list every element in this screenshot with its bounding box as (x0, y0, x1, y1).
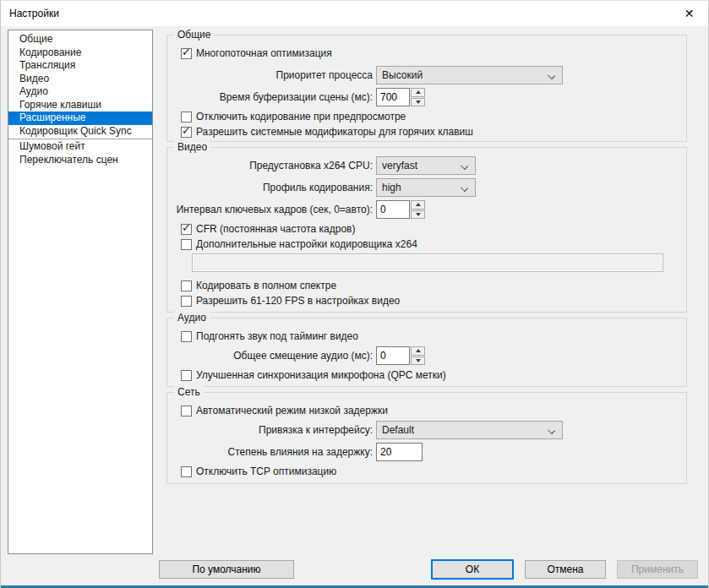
spin-down-icon (416, 213, 421, 216)
audio-offset-spinner (376, 346, 425, 365)
group-audio-title: Аудио (174, 312, 210, 324)
latency-factor-input[interactable] (376, 443, 423, 461)
sidebar-item-audio[interactable]: Аудио (8, 85, 152, 99)
latency-factor-label: Степень влияния на задержку: (167, 446, 376, 458)
defaults-button[interactable]: По умолчанию (159, 560, 294, 579)
custom-x264-row: Дополнительные настройки кодировщика x26… (181, 238, 686, 250)
encoding-profile-value: high (382, 182, 401, 193)
close-button[interactable]: ✕ (670, 1, 708, 26)
disable-preview-encoding-label: Отключить кодирование при предпросмотре (196, 111, 406, 122)
keyframe-interval-label: Интервал ключевых кадров (сек, 0=авто): (167, 204, 376, 215)
tcp-optimization-checkbox[interactable] (181, 466, 192, 477)
scene-buffer-row: Время буферизации сцены (мс): (167, 88, 686, 106)
low-latency-checkbox[interactable] (181, 406, 192, 416)
latency-factor-row: Степень влияния на задержку: (167, 443, 686, 461)
keyframe-interval-input[interactable] (376, 200, 410, 219)
sidebar-item-general[interactable]: Общие (8, 33, 152, 46)
chevron-down-icon (461, 184, 468, 192)
spin-up-icon (416, 90, 421, 94)
spin-down-button[interactable] (411, 210, 425, 220)
multithread-optimization-label: Многопоточная оптимизация (196, 47, 332, 59)
spin-down-icon (416, 101, 421, 104)
chevron-down-icon (548, 427, 555, 434)
ok-button[interactable]: ОК (431, 559, 514, 580)
cfr-checkbox[interactable]: ✓ (181, 224, 192, 235)
scene-buffer-input[interactable] (376, 88, 410, 106)
audio-offset-label: Общее смещение аудио (мс): (167, 350, 376, 362)
audio-offset-input[interactable] (376, 346, 410, 365)
spin-up-button[interactable] (411, 346, 425, 356)
process-priority-select[interactable]: Высокий (376, 66, 563, 84)
x264-preset-value: veryfast (382, 160, 417, 172)
allow-modifiers-label: Разрешить системные модификаторы для гор… (196, 126, 473, 138)
spin-down-icon (416, 359, 421, 362)
allow-modifiers-checkbox[interactable]: ✓ (181, 127, 192, 138)
low-latency-row: Автоматический режим низкой задержки (181, 405, 686, 416)
cancel-button[interactable]: Отмена (525, 560, 606, 579)
low-latency-label: Автоматический режим низкой задержки (196, 405, 388, 416)
custom-x264-label: Дополнительные настройки кодировщика x26… (196, 238, 417, 250)
apply-button: Применить (617, 560, 698, 579)
multithread-optimization-checkbox[interactable]: ✓ (181, 48, 192, 59)
sidebar-item-advanced[interactable]: Расширенные (8, 112, 152, 125)
group-general: Общие ✓ Многопоточная оптимизация Приори… (166, 35, 687, 142)
sidebar-item-encoding[interactable]: Кодирование (8, 46, 152, 60)
full-range-row: Кодировать в полном спектре (181, 280, 686, 291)
check-icon: ✓ (182, 125, 191, 137)
spin-up-icon (416, 349, 421, 352)
interface-binding-row: Привязка к интерфейсу: Default (167, 421, 686, 439)
mic-qpc-checkbox[interactable] (181, 370, 192, 381)
process-priority-label: Приоритет процесса (167, 69, 376, 81)
allow-fps-checkbox[interactable] (181, 296, 192, 307)
window-title: Настройки (1, 8, 59, 19)
scene-buffer-spinner (376, 88, 425, 106)
encoding-profile-label: Профиль кодирования: (167, 182, 376, 193)
mic-qpc-row: Улучшенная синхронизация микрофона (QPC … (181, 369, 686, 381)
allow-fps-row: Разрешить 61-120 FPS в настройках видео (181, 295, 686, 307)
scene-buffer-label: Время буферизации сцены (мс): (167, 91, 376, 103)
spin-up-button[interactable] (411, 200, 425, 210)
title-bar: Настройки ✕ (1, 1, 708, 26)
multithread-optimization-row: ✓ Многопоточная оптимизация (181, 47, 686, 59)
encoding-profile-select[interactable]: high (376, 178, 476, 197)
sidebar-item-broadcast[interactable]: Трансляция (8, 59, 152, 73)
allow-modifiers-row: ✓ Разрешить системные модификаторы для г… (181, 126, 686, 138)
settings-dialog: Настройки ✕ Общие Кодирование Трансляция… (0, 0, 709, 588)
keyframe-interval-row: Интервал ключевых кадров (сек, 0=авто): (167, 200, 686, 219)
spin-down-button[interactable] (411, 357, 425, 366)
x264-preset-select[interactable]: veryfast (376, 156, 476, 175)
spin-up-button[interactable] (411, 88, 425, 97)
sidebar-item-scene-switcher[interactable]: Переключатель сцен (8, 154, 152, 167)
sidebar-item-quicksync-encoder[interactable]: Кодировщик Quick Sync (8, 125, 152, 139)
custom-x264-checkbox[interactable] (181, 239, 192, 250)
allow-fps-label: Разрешить 61-120 FPS в настройках видео (196, 295, 400, 307)
cfr-row: ✓ CFR (постоянная частота кадров) (181, 223, 686, 235)
tcp-optimization-label: Отключить TCP оптимизацию (196, 466, 336, 477)
full-range-checkbox[interactable] (181, 280, 192, 291)
check-icon: ✓ (182, 222, 191, 234)
custom-x264-settings-input[interactable] (192, 253, 663, 272)
interface-binding-value: Default (382, 424, 414, 436)
sidebar-item-noise-gate[interactable]: Шумовой гейт (8, 140, 152, 154)
chevron-down-icon (548, 72, 555, 79)
disable-preview-encoding-checkbox[interactable] (181, 112, 192, 122)
x264-preset-label: Предустановка x264 CPU: (167, 160, 376, 172)
full-range-label: Кодировать в полном спектре (196, 280, 336, 291)
sidebar-item-video[interactable]: Видео (8, 73, 152, 86)
disable-preview-encoding-row: Отключить кодирование при предпросмотре (181, 111, 686, 122)
audio-offset-row: Общее смещение аудио (мс): (167, 346, 686, 365)
sidebar-separator (8, 139, 152, 139)
interface-binding-label: Привязка к интерфейсу: (167, 424, 376, 436)
audio-sync-checkbox[interactable] (181, 331, 192, 342)
group-video-title: Видео (174, 141, 210, 153)
spin-down-button[interactable] (411, 98, 425, 107)
group-network: Сеть Автоматический режим низкой задержк… (166, 392, 687, 484)
sidebar-item-hotkeys[interactable]: Горячие клавиши (8, 99, 152, 112)
mic-qpc-label: Улучшенная синхронизация микрофона (QPC … (196, 369, 446, 381)
process-priority-row: Приоритет процесса Высокий (167, 66, 686, 84)
check-icon: ✓ (182, 46, 191, 58)
custom-x264-input-row (167, 253, 686, 272)
advanced-settings-panel: Общие ✓ Многопоточная оптимизация Приори… (166, 35, 687, 489)
settings-category-list: Общие Кодирование Трансляция Видео Аудио… (8, 30, 153, 554)
interface-binding-select[interactable]: Default (376, 421, 563, 439)
